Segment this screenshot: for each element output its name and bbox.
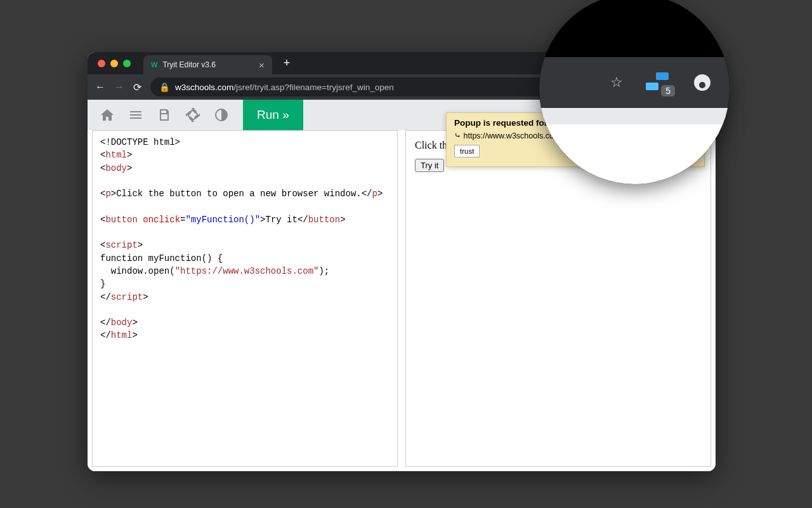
maximize-window-button[interactable] [123, 60, 131, 67]
menu-icon[interactable] [121, 100, 150, 130]
close-window-button[interactable] [98, 60, 105, 67]
new-tab-button[interactable]: + [284, 57, 291, 70]
tab-title: Tryit Editor v3.6 [162, 60, 216, 69]
extension-badge: 5 [661, 85, 675, 97]
forward-button[interactable]: → [114, 81, 124, 93]
output-pane: Click the Try it [405, 130, 711, 467]
theme-icon[interactable] [207, 100, 235, 130]
back-button[interactable]: ← [95, 81, 105, 93]
trust-button[interactable]: trust [454, 145, 480, 157]
minimize-window-button[interactable] [110, 60, 118, 67]
browser-tab[interactable]: W Tryit Editor v3.6 × [143, 55, 272, 74]
favicon-icon: W [151, 61, 157, 69]
bookmark-star-icon[interactable]: ☆ [610, 74, 623, 91]
lock-icon: 🔒 [159, 82, 170, 92]
try-it-button[interactable]: Try it [415, 159, 444, 172]
code-doctype: <!DOCTYPE html> [100, 137, 180, 147]
profile-avatar-icon[interactable] [694, 74, 710, 91]
reload-button[interactable]: ⟳ [133, 81, 141, 93]
rotate-icon[interactable] [178, 100, 207, 130]
save-icon[interactable] [150, 100, 178, 130]
code-pane[interactable]: <!DOCTYPE html> <html> <body> <p>Click t… [92, 130, 398, 467]
window-controls [98, 60, 131, 67]
magnifier-overlay: ☆ 5 [539, 0, 730, 184]
url-path: /jsref/tryit.asp?filename=tryjsref_win_o… [233, 83, 394, 92]
url-input[interactable]: 🔒 w3schools.com/jsref/tryit.asp?filename… [150, 77, 605, 97]
home-icon[interactable] [93, 100, 121, 130]
url-domain: w3schools.com [175, 83, 233, 92]
close-tab-icon[interactable]: × [259, 60, 265, 70]
run-button[interactable]: Run » [243, 100, 303, 130]
magnified-toolbar: ☆ 5 [539, 57, 730, 108]
extension-icon[interactable]: 5 [648, 72, 669, 93]
